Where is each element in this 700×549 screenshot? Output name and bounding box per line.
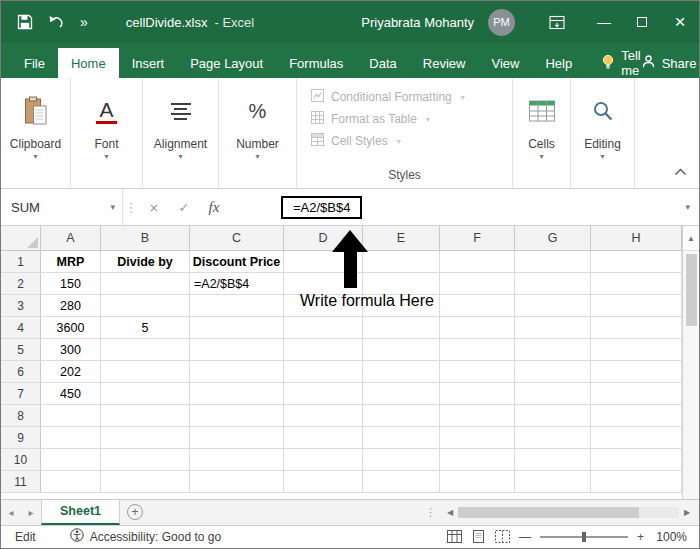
- col-header-A[interactable]: A: [41, 226, 101, 250]
- cell-A6[interactable]: 202: [41, 361, 101, 383]
- cell-G8[interactable]: [515, 405, 591, 427]
- cell-F6[interactable]: [440, 361, 515, 383]
- cell-A11[interactable]: [41, 471, 101, 493]
- row-header-8[interactable]: 8: [1, 405, 41, 427]
- minimize-button[interactable]: —: [585, 1, 623, 43]
- share-button[interactable]: Share: [641, 48, 697, 78]
- cancel-icon[interactable]: ×: [139, 199, 169, 216]
- cell-G9[interactable]: [515, 427, 591, 449]
- cell-B1[interactable]: Divide by: [101, 251, 190, 273]
- cell-F4[interactable]: [440, 317, 515, 339]
- cell-H6[interactable]: [591, 361, 682, 383]
- cell-B2[interactable]: [101, 273, 190, 295]
- cell-A1[interactable]: MRP: [41, 251, 101, 273]
- cell-E7[interactable]: [363, 383, 440, 405]
- cell-D10[interactable]: [284, 449, 363, 471]
- scroll-left-icon[interactable]: ◀: [442, 508, 458, 517]
- row-header-10[interactable]: 10: [1, 449, 41, 471]
- col-header-B[interactable]: B: [101, 226, 190, 250]
- cell-D6[interactable]: [284, 361, 363, 383]
- vertical-scroll-thumb[interactable]: [686, 254, 697, 326]
- cell-C4[interactable]: [190, 317, 284, 339]
- cell-G4[interactable]: [515, 317, 591, 339]
- chevron-down-icon[interactable]: ▾: [110, 202, 115, 212]
- cell-H2[interactable]: [591, 273, 682, 295]
- tab-insert[interactable]: Insert: [119, 48, 178, 78]
- save-icon[interactable]: [17, 14, 33, 30]
- cell-H3[interactable]: [591, 295, 682, 317]
- tab-home[interactable]: Home: [58, 48, 119, 78]
- cell-E1[interactable]: [363, 251, 440, 273]
- cell-D5[interactable]: [284, 339, 363, 361]
- formula-bar-expand-icon[interactable]: ▾: [685, 202, 690, 212]
- row-header-11[interactable]: 11: [1, 471, 41, 493]
- cell-C2[interactable]: =A2/$B$4: [190, 273, 284, 295]
- cell-E8[interactable]: [363, 405, 440, 427]
- scroll-up-icon[interactable]: ▲: [683, 226, 699, 251]
- cell-G6[interactable]: [515, 361, 591, 383]
- cell-G7[interactable]: [515, 383, 591, 405]
- cell-F3[interactable]: [440, 295, 515, 317]
- cell-C1[interactable]: Discount Price: [190, 251, 284, 273]
- format-as-table-button[interactable]: Format as Table ▾: [311, 108, 430, 130]
- cell-F7[interactable]: [440, 383, 515, 405]
- row-header-7[interactable]: 7: [1, 383, 41, 405]
- new-sheet-button[interactable]: +: [120, 500, 150, 525]
- number-group[interactable]: % Number ▾: [219, 78, 297, 188]
- cell-C6[interactable]: [190, 361, 284, 383]
- cell-H1[interactable]: [591, 251, 682, 273]
- quick-access-more-icon[interactable]: »: [80, 14, 88, 30]
- col-header-C[interactable]: C: [190, 226, 284, 250]
- cell-E6[interactable]: [363, 361, 440, 383]
- cell-F1[interactable]: [440, 251, 515, 273]
- page-layout-view-icon[interactable]: [471, 530, 486, 543]
- sheet-nav-right-icon[interactable]: ▸: [21, 500, 41, 525]
- cell-B5[interactable]: [101, 339, 190, 361]
- col-header-E[interactable]: E: [363, 226, 440, 250]
- cell-B9[interactable]: [101, 427, 190, 449]
- row-header-6[interactable]: 6: [1, 361, 41, 383]
- horizontal-scroll-thumb[interactable]: [458, 507, 639, 518]
- cell-B8[interactable]: [101, 405, 190, 427]
- maximize-button[interactable]: [623, 1, 661, 43]
- zoom-in-icon[interactable]: +: [637, 530, 644, 544]
- cell-F2[interactable]: [440, 273, 515, 295]
- close-button[interactable]: ×: [661, 1, 699, 43]
- cell-G3[interactable]: [515, 295, 591, 317]
- cell-B6[interactable]: [101, 361, 190, 383]
- cell-B11[interactable]: [101, 471, 190, 493]
- cell-styles-button[interactable]: Cell Styles ▾: [311, 130, 401, 152]
- collapse-ribbon-icon[interactable]: [674, 162, 687, 180]
- cell-H7[interactable]: [591, 383, 682, 405]
- cell-A8[interactable]: [41, 405, 101, 427]
- cell-B4[interactable]: 5: [101, 317, 190, 339]
- col-header-F[interactable]: F: [440, 226, 515, 250]
- cell-C8[interactable]: [190, 405, 284, 427]
- row-header-1[interactable]: 1: [1, 251, 41, 273]
- cell-E5[interactable]: [363, 339, 440, 361]
- enter-check-icon[interactable]: ✓: [169, 200, 199, 215]
- cell-H4[interactable]: [591, 317, 682, 339]
- cell-F8[interactable]: [440, 405, 515, 427]
- accessibility-status[interactable]: Accessibility: Good to go: [70, 528, 221, 545]
- sheet-nav-left-icon[interactable]: ◂: [1, 500, 21, 525]
- cell-C11[interactable]: [190, 471, 284, 493]
- col-header-H[interactable]: H: [591, 226, 682, 250]
- cell-A2[interactable]: 150: [41, 273, 101, 295]
- horizontal-scrollbar[interactable]: [458, 507, 679, 518]
- row-header-2[interactable]: 2: [1, 273, 41, 295]
- tab-help[interactable]: Help: [532, 48, 585, 78]
- col-header-G[interactable]: G: [515, 226, 591, 250]
- row-header-5[interactable]: 5: [1, 339, 41, 361]
- cell-F5[interactable]: [440, 339, 515, 361]
- page-break-view-icon[interactable]: [495, 530, 510, 543]
- row-header-4[interactable]: 4: [1, 317, 41, 339]
- cell-A9[interactable]: [41, 427, 101, 449]
- row-header-3[interactable]: 3: [1, 295, 41, 317]
- cell-E9[interactable]: [363, 427, 440, 449]
- tab-review[interactable]: Review: [410, 48, 479, 78]
- zoom-slider-thumb[interactable]: [582, 532, 586, 542]
- cell-H8[interactable]: [591, 405, 682, 427]
- editing-group[interactable]: Editing ▾: [571, 78, 635, 188]
- cell-G11[interactable]: [515, 471, 591, 493]
